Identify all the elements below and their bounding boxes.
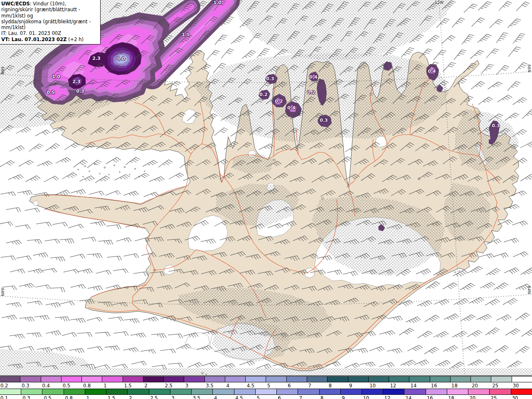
contour-value-label: 2.3 [72, 79, 81, 84]
contour-value-label: 0.4 [428, 69, 436, 74]
scale-segment [491, 377, 512, 382]
scale-segment [225, 377, 246, 382]
scale-tick-label: 0.8 [65, 395, 73, 399]
scale-tick-label: 2.5 [165, 383, 172, 389]
contour-value-label: 0.4 [309, 74, 318, 80]
scale-segment [184, 377, 204, 382]
scale-tick-label: 0.1 [0, 395, 8, 399]
contour-value-label: 0.5 [47, 90, 55, 95]
scale-tick-label: 4.5 [235, 395, 243, 399]
scale-tick-label: 14 [411, 383, 417, 389]
scale-segment [20, 377, 41, 382]
contour-value-label: 0.3 [320, 118, 328, 123]
rain-showers-scale-bar [0, 389, 532, 395]
scale-tick-label: 0.3 [22, 395, 30, 399]
scale-segment [490, 389, 511, 394]
scale-segment [123, 377, 143, 382]
scale-tick-label: 16 [431, 383, 437, 389]
scale-segment [389, 377, 409, 382]
lon-label-15w: 15W [435, 0, 443, 5]
contour-value-label: 5.0 [117, 56, 125, 62]
scale-segment [348, 377, 369, 382]
scale-tick-label: 0.4 [42, 383, 49, 389]
contour-value-label: 0.2 [275, 99, 283, 104]
scale-segment [85, 389, 106, 394]
scale-segment [143, 377, 164, 382]
lat-label-66n-right: 66N [527, 64, 532, 72]
scale-segment [277, 389, 298, 394]
scale-segment [149, 389, 170, 394]
scale-tick-label: 0.3 [22, 383, 29, 389]
map-canvas [0, 0, 532, 375]
scale-segment [42, 389, 64, 394]
scale-tick-label: 1 [86, 395, 89, 399]
scale-tick-label: 25 [491, 395, 497, 399]
scale-segment [0, 377, 20, 382]
scale-tick-label: 3.5 [206, 383, 213, 389]
scale-tick-label: 0.5 [44, 395, 51, 399]
scale-segment [102, 377, 123, 382]
scale-tick-label: 1.5 [108, 395, 115, 399]
contour-value-label: 0.2 [307, 90, 315, 95]
scale-segment [447, 389, 468, 394]
scale-segment [471, 377, 491, 382]
scale-segment [512, 377, 532, 382]
scale-tick-label: 4 [214, 395, 217, 399]
scale-segment [21, 389, 42, 394]
scale-tick-label: 10 [369, 383, 376, 389]
scale-segment [511, 389, 532, 394]
scale-tick-label: 20 [472, 383, 478, 389]
contour-value-label: 1.0 [213, 0, 222, 5]
scale-segment [256, 389, 277, 394]
scale-tick-label: 4.5 [247, 383, 254, 389]
scale-tick-label: 2 [145, 383, 148, 389]
scale-tick-label: 9 [349, 383, 352, 389]
weather-map-screen: UWC/ECDS: Vindur (10m), rigning/skúrir (… [0, 0, 532, 399]
contour-value-label: 0.3 [266, 76, 274, 81]
scale-segment [106, 389, 128, 394]
scale-tick-label: 8 [329, 383, 332, 389]
scale-tick-label: 12 [390, 383, 396, 389]
scale-tick-label: 3 [185, 383, 188, 389]
scale-segment [246, 377, 266, 382]
rain-legend-line: rigning/skúrir (grænt/blátt/rautt - mm/1… [1, 7, 99, 19]
scale-tick-label: 2.5 [150, 395, 158, 399]
scale-segment [205, 377, 225, 382]
scale-segment [0, 389, 21, 394]
model-line: UWC/ECDS: Vindur (10m), [1, 1, 99, 7]
scale-segment [341, 389, 362, 394]
scale-tick-label: 9 [342, 395, 345, 399]
contour-value-label: 2.3 [92, 56, 101, 61]
scale-segment [430, 377, 451, 382]
scale-segment [409, 377, 430, 382]
scale-segment [213, 389, 234, 394]
scale-segment [451, 377, 471, 382]
contour-value-label: 0.4 [287, 105, 296, 111]
scale-segment [468, 389, 490, 394]
valid-time-line: VT: Lau. 07.01.2023 02Z (+2 h) [1, 37, 99, 42]
scale-segment [362, 389, 383, 394]
lat-label-66n-left: 66N [0, 66, 5, 74]
scale-tick-label: 18 [448, 395, 454, 399]
scale-segment [82, 377, 102, 382]
scale-segment [298, 389, 319, 394]
scale-segment [328, 377, 348, 382]
scale-segment [383, 389, 404, 394]
scale-segment [64, 389, 85, 394]
sleet-snow-scale-bar [0, 376, 532, 382]
scale-segment [62, 377, 82, 382]
scale-tick-label: 16 [427, 395, 433, 399]
scale-tick-label: 30 [512, 395, 518, 399]
sleet-snow-scale-labels: 0.20.30.40.50.811.522.533.544.5567891012… [0, 383, 532, 388]
sleet-legend-line: slydda/snjókoma (grátt/bleikt/grænt - mm… [1, 19, 99, 31]
contour-value-label: 0.3 [76, 89, 84, 94]
scale-segment [307, 377, 328, 382]
scale-tick-label: 1 [103, 383, 106, 389]
scale-segment [320, 389, 341, 394]
scale-tick-label: 8 [320, 395, 323, 399]
scale-segment [287, 377, 307, 382]
init-time-line: IT: Lau. 07. 01. 2023 00Z [1, 30, 99, 36]
scale-tick-label: 30 [513, 383, 519, 389]
contour-value-label: 0.3 [492, 123, 500, 128]
lat-label-64n-right: 64N [527, 286, 532, 294]
